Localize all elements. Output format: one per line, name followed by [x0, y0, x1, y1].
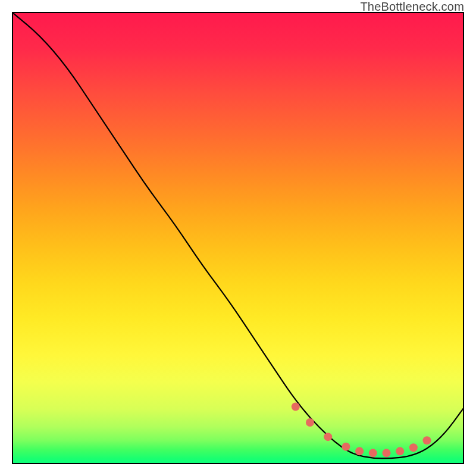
curve-marker: [306, 418, 314, 427]
curve-marker: [369, 449, 377, 457]
curve-marker: [292, 403, 300, 411]
curve-line: [13, 13, 463, 458]
curve-marker: [324, 433, 332, 441]
chart-container: TheBottleneck.com: [0, 0, 476, 476]
curve-marker: [382, 449, 390, 457]
curve-marker: [423, 436, 431, 444]
curve-svg: [13, 13, 463, 463]
curve-marker: [409, 443, 418, 452]
markers-group: [292, 403, 431, 458]
curve-marker: [342, 443, 350, 451]
curve-marker: [396, 447, 404, 455]
curve-marker: [355, 447, 364, 455]
plot-area: [12, 12, 464, 464]
